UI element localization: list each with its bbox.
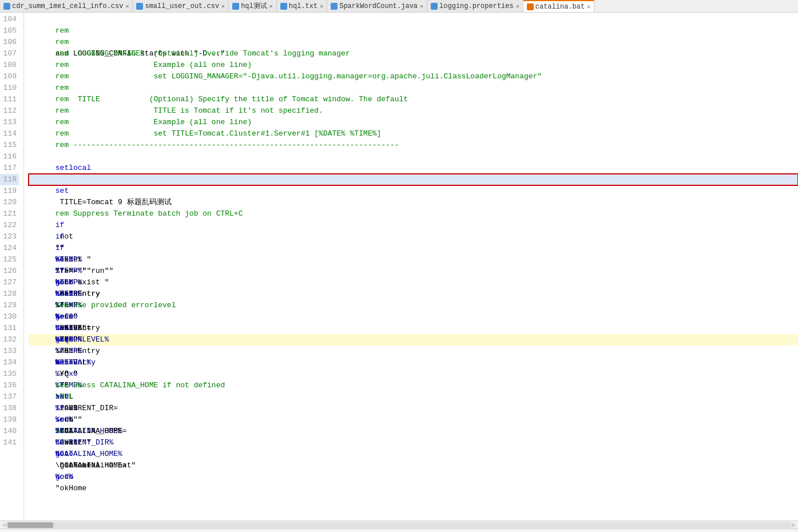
code-line-137: if not " %CATALINA_HOME% " == "" goto go… (29, 391, 798, 403)
code-line-128: rem Use provided errorlevel (29, 288, 798, 300)
close-icon6[interactable]: ✕ (516, 3, 519, 10)
tab-icon-hqltxt (280, 3, 287, 10)
tab-cdr[interactable]: cdr_summ_imei_cell_info.csv ✕ (0, 0, 133, 13)
code-line-122: if " %TEMP% " == "" goto mainEntry (29, 220, 798, 231)
close-icon3[interactable]: ✕ (269, 3, 273, 10)
tab-icon-csv (3, 3, 10, 10)
tab-hql-test[interactable]: hql测试 ✕ (229, 0, 277, 13)
tab-icon-hql (232, 3, 239, 10)
tab-icon-props (431, 3, 438, 10)
code-line-123: if exist " %TEMP% \ %~nx0 .run" goto mai… (29, 231, 798, 243)
close-icon[interactable]: ✕ (125, 3, 129, 10)
tab-hql-txt[interactable]: hql.txt ✕ (277, 0, 327, 13)
code-line-130: del /Q " %TEMP% \ %~nx0 .Y" >NUL 2>&1 (29, 311, 798, 323)
code-line-140: cd .. (29, 426, 798, 437)
tab-label-small: small_user_out.csv (145, 2, 219, 10)
code-content[interactable]: rem and LOGGING_CONFIG starts with "-D..… (24, 13, 798, 521)
code-line-110: rem TITLE (Optional) Specify the title o… (29, 82, 798, 94)
tab-sparkwc[interactable]: SparkWordCount.java ✕ (327, 0, 427, 13)
tab-icon-java (331, 3, 338, 10)
close-icon5[interactable]: ✕ (420, 3, 423, 10)
code-line-135: rem Guess CATALINA_HOME if not defined (29, 368, 798, 380)
code-line-119 (29, 185, 798, 197)
tab-icon-bat (527, 3, 534, 10)
code-line-105: rem (29, 25, 798, 37)
close-icon7[interactable]: ✕ (587, 3, 590, 10)
code-line-126: echo Y>" %TEMP% \ %~nx0 .Y" (29, 265, 798, 277)
tab-icon-csv2 (136, 3, 143, 10)
tab-label-catalina: catalina.bat (535, 3, 585, 11)
code-line-131: exit /B %RETVAL% (29, 323, 798, 334)
code-line-134 (29, 357, 798, 368)
code-line-118: set TITLE=Tomcat 9 标题乱码测试 (29, 174, 798, 185)
tab-catalina[interactable]: catalina.bat ✕ (523, 0, 594, 13)
tab-label-hqltxt: hql.txt (289, 2, 317, 10)
code-line-116: setlocal (29, 151, 798, 162)
tab-label-logging: logging.properties (439, 2, 514, 10)
code-line-124: echo Y>" %TEMP% \ %~nx0 .run" (29, 243, 798, 254)
code-line-138: set "CATALINA_HOME= %CURRENT_DIR% " (29, 403, 798, 414)
tab-small-user[interactable]: small_user_out.csv ✕ (133, 0, 229, 13)
code-editor: 104105106107108 109110111112113 11411511… (0, 13, 798, 521)
tab-logging[interactable]: logging.properties ✕ (427, 0, 523, 13)
code-line-127: call " %~f0 " %* <" %TEMP% \ %~nx0 .Y" (29, 277, 798, 288)
status-bar: https://blog.csdn.net/yn_44286... (0, 529, 798, 532)
tab-label-hql: hql测试 (241, 1, 267, 11)
code-line-104: rem and LOGGING_CONFIG starts with "-D..… (29, 14, 798, 25)
line-numbers: 104105106107108 109110111112113 11411511… (0, 13, 24, 521)
code-line-117 (29, 162, 798, 174)
code-line-125: if not exist " %TEMP% \ %~nx0 .run" goto… (29, 254, 798, 265)
tab-label-cdr: cdr_summ_imei_cell_info.csv (12, 2, 123, 10)
close-icon2[interactable]: ✕ (221, 3, 225, 10)
code-line-133: del /Q " %TEMP% \ %~nx0 .run" >NUL 2>&1 (29, 346, 798, 357)
scroll-thumb[interactable] (7, 522, 53, 528)
code-line-132: : mainEntry (29, 334, 798, 346)
close-icon4[interactable]: ✕ (320, 3, 323, 10)
scroll-track[interactable] (7, 522, 791, 528)
code-line-139: if exist " %CATALINA_HOME% \bin\catalina… (29, 414, 798, 426)
tab-bar: cdr_summ_imei_cell_info.csv ✕ small_user… (0, 0, 798, 13)
tab-label-sparkwc: SparkWordCount.java (339, 2, 418, 10)
scrollbar-horizontal[interactable]: ◁ ▷ (0, 521, 798, 529)
code-line-141: set "CATALINA HOME= %cd% " (29, 437, 798, 448)
